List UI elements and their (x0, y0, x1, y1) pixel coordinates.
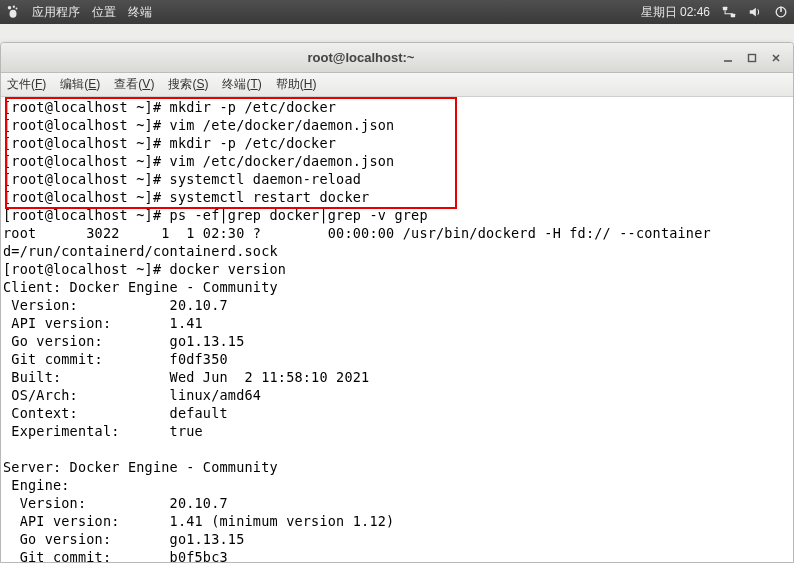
svg-rect-9 (749, 54, 756, 61)
panel-apps[interactable]: 应用程序 (32, 4, 80, 21)
term-line: API version: 1.41 (3, 315, 203, 331)
term-line: [root@localhost ~]# vim /etc/docker/daem… (3, 153, 394, 169)
terminal-output[interactable]: [root@localhost ~]# mkdir -p /etc/docker… (1, 97, 793, 562)
term-line: Git commit: b0f5bc3 (3, 549, 228, 562)
term-line: [root@localhost ~]# vim /ete/docker/daem… (3, 117, 394, 133)
network-icon[interactable] (722, 5, 736, 19)
term-line: Context: default (3, 405, 228, 421)
menu-edit[interactable]: 编辑(E) (60, 76, 100, 93)
term-line: [root@localhost ~]# docker version (3, 261, 286, 277)
menu-terminal[interactable]: 终端(T) (222, 76, 261, 93)
term-line: [root@localhost ~]# mkdir -p /etc/docker (3, 135, 336, 151)
volume-icon[interactable] (748, 5, 762, 19)
panel-terminal[interactable]: 终端 (128, 4, 152, 21)
term-line: Built: Wed Jun 2 11:58:10 2021 (3, 369, 369, 385)
power-icon[interactable] (774, 5, 788, 19)
panel-datetime[interactable]: 星期日 02:46 (641, 4, 710, 21)
gnome-foot-icon (6, 5, 20, 19)
desktop-background (0, 24, 794, 42)
term-line: [root@localhost ~]# ps -ef|grep docker|g… (3, 207, 428, 223)
svg-point-1 (13, 6, 15, 8)
maximize-button[interactable] (743, 49, 761, 67)
close-button[interactable] (767, 49, 785, 67)
term-line: Version: 20.10.7 (3, 297, 228, 313)
svg-point-3 (10, 10, 17, 18)
menubar: 文件(F) 编辑(E) 查看(V) 搜索(S) 终端(T) 帮助(H) (1, 73, 793, 97)
term-line: Version: 20.10.7 (3, 495, 228, 511)
top-panel: 应用程序 位置 终端 星期日 02:46 (0, 0, 794, 24)
minimize-button[interactable] (719, 49, 737, 67)
term-line: Client: Docker Engine - Community (3, 279, 278, 295)
term-line: [root@localhost ~]# systemctl daemon-rel… (3, 171, 361, 187)
svg-point-0 (8, 6, 12, 10)
term-line: Server: Docker Engine - Community (3, 459, 278, 475)
panel-places[interactable]: 位置 (92, 4, 116, 21)
menu-help[interactable]: 帮助(H) (276, 76, 317, 93)
term-line: OS/Arch: linux/amd64 (3, 387, 261, 403)
term-line: Go version: go1.13.15 (3, 333, 245, 349)
window-title: root@localhost:~ (9, 50, 713, 65)
term-line: Experimental: true (3, 423, 203, 439)
term-line: Engine: (3, 477, 70, 493)
term-line: Git commit: f0df350 (3, 351, 228, 367)
menu-search[interactable]: 搜索(S) (168, 76, 208, 93)
terminal-window: root@localhost:~ 文件(F) 编辑(E) 查看(V) 搜索(S)… (0, 42, 794, 563)
term-line: Go version: go1.13.15 (3, 531, 245, 547)
term-line: [root@localhost ~]# mkdir -p /etc/docker (3, 99, 336, 115)
term-line: API version: 1.41 (minimum version 1.12) (3, 513, 394, 529)
svg-point-2 (16, 8, 18, 10)
term-line: root 3022 1 1 02:30 ? 00:00:00 /usr/bin/… (3, 225, 711, 241)
menu-file[interactable]: 文件(F) (7, 76, 46, 93)
svg-rect-4 (723, 7, 727, 11)
term-line: [root@localhost ~]# systemctl restart do… (3, 189, 369, 205)
menu-view[interactable]: 查看(V) (114, 76, 154, 93)
term-line: d=/run/containerd/containerd.sock (3, 243, 278, 259)
window-titlebar[interactable]: root@localhost:~ (1, 43, 793, 73)
